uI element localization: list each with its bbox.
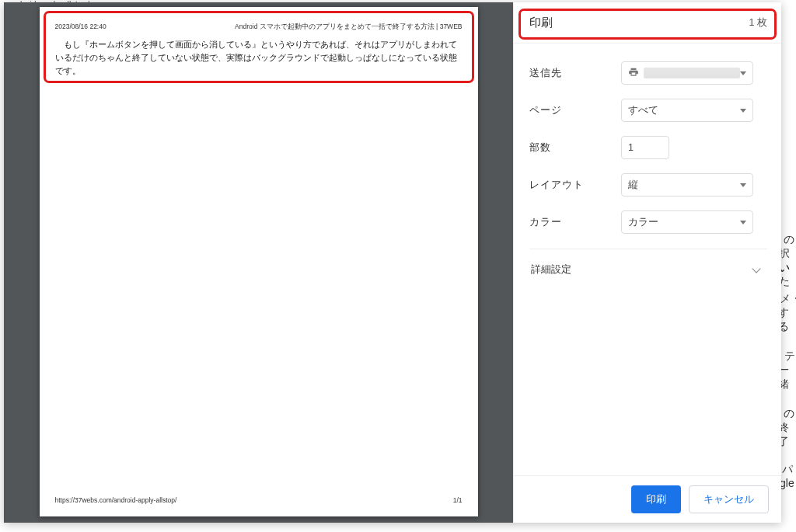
annotation-box-preview: [44, 11, 474, 83]
color-value: カラー: [628, 216, 658, 229]
advanced-settings-toggle[interactable]: 詳細設定: [529, 249, 767, 290]
print-dialog: 2023/08/16 22:40 Android スマホで起動中のアプリをまとめ…: [4, 2, 781, 523]
preview-footer-page: 1/1: [453, 496, 463, 504]
pages-value: すべて: [628, 104, 658, 117]
print-settings-pane: 印刷 1 枚 送信先 ページ すべて: [513, 2, 781, 523]
print-preview-area[interactable]: 2023/08/16 22:40 Android スマホで起動中のアプリをまとめ…: [4, 2, 513, 523]
layout-select[interactable]: 縦: [621, 173, 753, 196]
printer-icon: [628, 67, 639, 80]
chevron-down-icon: [752, 264, 760, 273]
print-button[interactable]: 印刷: [631, 485, 681, 513]
cancel-button[interactable]: キャンセル: [689, 485, 769, 513]
copies-value: 1: [628, 142, 634, 153]
chevron-down-icon: [740, 71, 746, 75]
chevron-down-icon: [740, 109, 746, 113]
copies-label: 部数: [529, 141, 621, 155]
preview-page: 2023/08/16 22:40 Android スマホで起動中のアプリをまとめ…: [40, 7, 478, 516]
destination-value-blurred: [644, 68, 740, 78]
annotation-box-header: [518, 9, 777, 40]
color-label: カラー: [529, 216, 621, 229]
layout-value: 縦: [628, 179, 638, 192]
pages-label: ページ: [529, 104, 621, 117]
layout-label: レイアウト: [529, 179, 621, 192]
pages-select[interactable]: すべて: [621, 99, 753, 122]
chevron-down-icon: [740, 221, 746, 224]
color-select[interactable]: カラー: [621, 210, 753, 234]
destination-label: 送信先: [529, 67, 621, 80]
preview-footer-url: https://37webs.com/android-apply-allstop…: [55, 496, 177, 504]
copies-input[interactable]: 1: [621, 136, 669, 159]
destination-select[interactable]: [621, 61, 753, 85]
chevron-down-icon: [740, 183, 746, 187]
advanced-label: 詳細設定: [531, 263, 571, 276]
